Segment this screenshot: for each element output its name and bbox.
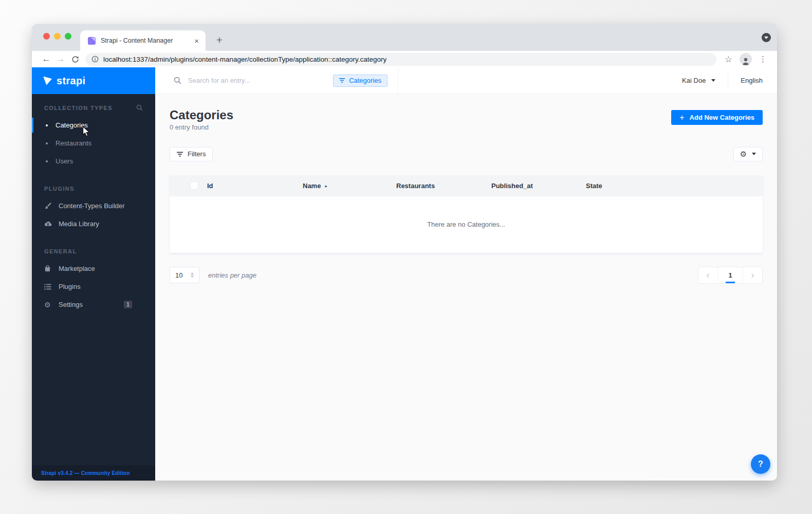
current-page-button[interactable]: 1 xyxy=(718,267,743,283)
sidebar-item-label: Settings xyxy=(59,301,83,308)
content: Categories 0 entry found + Add New Categ… xyxy=(155,94,777,284)
browser-menu-button[interactable]: ⋮ xyxy=(756,54,770,64)
previous-page-button[interactable]: ‹ xyxy=(698,267,718,283)
zoom-window-button[interactable] xyxy=(65,33,71,40)
column-header-name[interactable]: Name ▲ xyxy=(303,182,396,190)
column-header-state[interactable]: State xyxy=(586,182,763,190)
section-title: GENERAL xyxy=(44,248,77,254)
bullet-icon xyxy=(46,124,48,126)
sidebar-item-plugins[interactable]: Plugins xyxy=(32,278,155,296)
shopping-bag-icon xyxy=(44,265,52,272)
sidebar-item-users[interactable]: Users xyxy=(32,152,155,170)
sidebar-item-restaurants[interactable]: Restaurants xyxy=(32,134,155,152)
table-settings-button[interactable]: ⚙ xyxy=(733,147,763,161)
entry-count: 0 entry found xyxy=(170,123,233,131)
gear-icon: ⚙ xyxy=(44,301,52,308)
pagination: ‹ 1 › xyxy=(698,267,763,284)
browser-toolbar: ← → localhost:1337/admin/plugins/content… xyxy=(32,51,777,67)
column-label: State xyxy=(586,182,602,190)
search-input[interactable] xyxy=(188,77,326,84)
plugins-heading: PLUGINS xyxy=(32,186,155,192)
collection-types-list: Categories Restaurants Users xyxy=(32,116,155,170)
url-text: localhost:1337/admin/plugins/content-man… xyxy=(103,56,386,63)
sidebar-item-label: Restaurants xyxy=(56,139,91,147)
bullet-icon xyxy=(46,142,48,144)
help-button[interactable]: ? xyxy=(751,454,770,474)
entries-per-page-value: 10 xyxy=(175,271,182,279)
sidebar-item-marketplace[interactable]: Marketplace xyxy=(32,260,155,278)
next-page-button[interactable]: › xyxy=(743,267,762,283)
reload-button[interactable] xyxy=(68,52,82,66)
user-name: Kai Doe xyxy=(682,77,706,84)
desktop-background: Strapi - Content Manager × + ← → xyxy=(0,0,812,514)
empty-state: There are no Categories... xyxy=(170,196,763,253)
browser-profile-button[interactable] xyxy=(740,53,752,65)
site-info-icon[interactable] xyxy=(91,56,99,63)
tab-close-icon[interactable]: × xyxy=(193,36,200,45)
section-title: COLLECTION TYPES xyxy=(44,105,113,111)
column-label: Published_at xyxy=(491,182,533,190)
tab-title: Strapi - Content Manager xyxy=(101,37,193,44)
filter-chip-categories[interactable]: Categories xyxy=(333,75,387,87)
main-area: Categories Kai Doe English xyxy=(155,67,777,481)
column-header-restaurants[interactable]: Restaurants xyxy=(396,182,491,190)
close-window-button[interactable] xyxy=(43,33,50,40)
page-title: Categories xyxy=(170,108,233,122)
strapi-logo-text: strapi xyxy=(57,75,85,87)
language-selector[interactable]: English xyxy=(741,77,763,84)
sidebar-item-label: Marketplace xyxy=(59,265,95,272)
minimize-window-button[interactable] xyxy=(54,33,61,40)
back-button[interactable]: ← xyxy=(39,52,53,66)
plus-icon: + xyxy=(679,114,684,122)
plugins-list: Content-Types Builder Media Library xyxy=(32,197,155,233)
current-page-number: 1 xyxy=(728,271,732,279)
active-page-indicator xyxy=(726,282,735,283)
add-new-categories-button[interactable]: + Add New Categories xyxy=(671,110,763,125)
chevron-down-icon xyxy=(711,79,715,82)
tab-search-button[interactable] xyxy=(762,33,771,42)
general-list: Marketplace Plugins ⚙ xyxy=(32,260,155,314)
entries-per-page-select[interactable]: 10 xyxy=(170,267,199,283)
user-menu[interactable]: Kai Doe xyxy=(682,77,715,84)
sidebar-item-media-library[interactable]: Media Library xyxy=(32,215,155,233)
empty-state-message: There are no Categories... xyxy=(427,221,505,228)
search-icon[interactable] xyxy=(136,104,143,111)
version-link[interactable]: Strapi v3.4.2 — Community Edition xyxy=(32,465,155,481)
column-header-published-at[interactable]: Published_at xyxy=(491,182,586,190)
bookmark-star-icon[interactable]: ☆ xyxy=(722,54,735,65)
paintbrush-icon xyxy=(44,202,52,210)
filters-button[interactable]: Filters xyxy=(170,147,213,161)
browser-tab[interactable]: Strapi - Content Manager × xyxy=(80,30,206,51)
new-tab-button[interactable]: + xyxy=(212,32,227,48)
sidebar-item-label: Media Library xyxy=(59,220,99,228)
gear-icon: ⚙ xyxy=(740,150,747,158)
filter-icon xyxy=(177,152,183,157)
forward-button[interactable]: → xyxy=(53,52,68,66)
entries-table: Id Name ▲ Restaurants Published_at xyxy=(170,175,763,253)
sidebar-item-categories[interactable]: Categories xyxy=(32,116,155,134)
address-bar[interactable]: localhost:1337/admin/plugins/content-man… xyxy=(85,53,716,66)
filters-button-label: Filters xyxy=(188,150,206,158)
entries-per-page-label: entries per page xyxy=(208,271,256,279)
add-button-label: Add New Categories xyxy=(690,114,754,121)
divider xyxy=(728,74,728,87)
reload-icon xyxy=(71,56,79,63)
cloud-upload-icon xyxy=(44,220,52,228)
chevron-down-icon xyxy=(752,153,756,155)
sidebar-item-label: Content-Types Builder xyxy=(59,202,125,210)
strapi-logo[interactable]: strapi xyxy=(32,67,155,94)
strapi-logo-icon xyxy=(43,77,52,85)
column-header-id[interactable]: Id xyxy=(207,182,303,190)
select-all-checkbox[interactable] xyxy=(190,181,198,190)
browser-window: Strapi - Content Manager × + ← → xyxy=(32,24,777,481)
sidebar-item-content-types-builder[interactable]: Content-Types Builder xyxy=(32,197,155,215)
column-label: Name xyxy=(303,182,321,190)
browser-tab-strip: Strapi - Content Manager × + xyxy=(32,24,777,51)
top-header: Categories Kai Doe English xyxy=(155,67,777,94)
header-right: Kai Doe English xyxy=(682,67,777,94)
sidebar-item-label: Categories xyxy=(56,121,88,129)
sidebar: strapi COLLECTION TYPES Categories xyxy=(32,67,155,481)
sidebar-item-settings[interactable]: ⚙ Settings 1 xyxy=(32,296,155,314)
bullet-icon xyxy=(46,160,48,162)
search-icon xyxy=(174,77,181,84)
